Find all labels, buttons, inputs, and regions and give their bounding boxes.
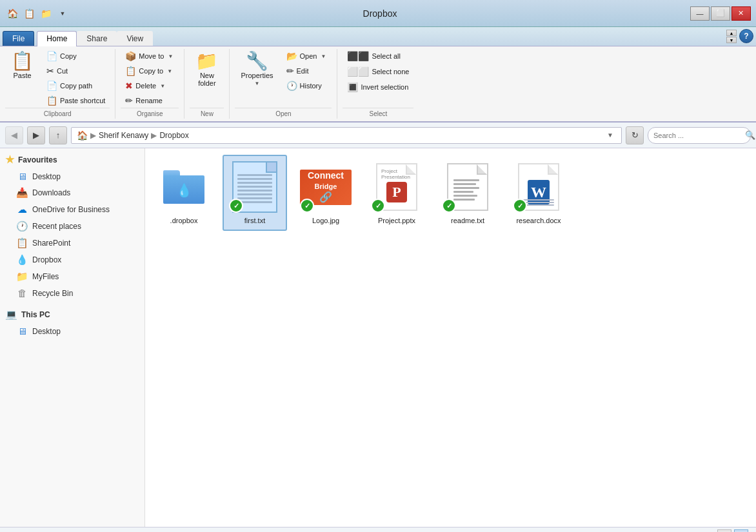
ribbon-down-btn[interactable]: ▼ xyxy=(726,37,737,43)
properties-arrow[interactable]: ▼ xyxy=(254,81,261,86)
file-item-project[interactable]: Project Presentation P ✓ Project.pptx xyxy=(364,155,429,231)
edit-button[interactable]: ✏ Edit xyxy=(282,64,332,78)
path-current[interactable]: Dropbox xyxy=(159,131,188,140)
qa-back-btn[interactable]: 🏠 xyxy=(5,6,19,21)
sidebar-this-pc-header[interactable]: 💻 This PC xyxy=(0,306,144,323)
file-item-dropbox[interactable]: 💧 .dropbox xyxy=(152,155,216,231)
sidebar-item-recycle[interactable]: 🗑 Recycle Bin xyxy=(0,285,144,301)
desktop-icon: 🖥 xyxy=(15,171,28,182)
logo-icon-area: Connect Bridge 🔗 ✓ xyxy=(300,161,352,213)
open-button[interactable]: 📂 Open ▼ xyxy=(282,49,332,63)
close-button[interactable]: ✕ xyxy=(731,6,751,21)
ribbon-group-organise: 📦 Move to ▼ 📋 Copy to ▼ ✖ Delete ▼ ✏ Ren… xyxy=(115,49,184,119)
qa-folder-btn[interactable]: 📁 xyxy=(39,6,53,21)
copy-to-arrow[interactable]: ▼ xyxy=(166,68,174,74)
cut-button[interactable]: ✂ Cut xyxy=(42,64,110,78)
sidebar-item-myfiles[interactable]: 📁 MyFiles xyxy=(0,268,144,285)
maximize-button[interactable]: ⬜ xyxy=(711,6,730,21)
details-view-button[interactable]: ⊞ xyxy=(717,529,731,533)
file-name-dropbox: .dropbox xyxy=(170,217,198,224)
move-to-button[interactable]: 📦 Move to ▼ xyxy=(121,49,179,63)
main-area: ★ Favourites 🖥 Desktop 📥 Downloads ☁ One… xyxy=(0,148,756,527)
back-button[interactable]: ◀ xyxy=(5,126,23,144)
rename-button[interactable]: ✏ Rename xyxy=(121,94,179,108)
copy-path-button[interactable]: 📄 Copy path xyxy=(42,79,110,93)
paste-shortcut-button[interactable]: 📋 Paste shortcut xyxy=(42,94,110,108)
select-all-button[interactable]: ⬛⬛ Select all xyxy=(343,49,413,63)
sidebar-scroll: ★ Favourites 🖥 Desktop 📥 Downloads ☁ One… xyxy=(0,148,144,527)
file-item-research[interactable]: W ✓ research.docx xyxy=(506,155,571,231)
minimize-button[interactable]: — xyxy=(690,6,710,21)
copy-to-button[interactable]: 📋 Copy to ▼ xyxy=(121,64,179,78)
properties-icon: 🔧 xyxy=(246,52,268,70)
copy-button[interactable]: 📄 Copy xyxy=(42,49,110,63)
ribbon-group-clipboard: 📋 Paste 📄 Copy ✂ Cut 📄 Copy path 📋 xyxy=(0,49,115,119)
file-item-logo[interactable]: Connect Bridge 🔗 ✓ Logo.jpg xyxy=(293,155,358,231)
sidebar-item-downloads[interactable]: 📥 Downloads xyxy=(0,184,144,201)
path-root[interactable]: Sherif Kenawy xyxy=(99,131,148,140)
open-icon: 📂 xyxy=(286,51,297,61)
file-item-readme[interactable]: ✓ readme.txt xyxy=(435,155,500,231)
file-item-first-txt[interactable]: ✓ first.txt xyxy=(223,155,287,231)
history-button[interactable]: 🕐 History xyxy=(282,79,332,93)
forward-button[interactable]: ▶ xyxy=(27,126,45,144)
search-box[interactable]: 🔍 xyxy=(648,127,751,144)
tab-share[interactable]: Share xyxy=(77,31,117,46)
sidebar-favourites-header[interactable]: ★ Favourites xyxy=(0,151,144,168)
address-path[interactable]: 🏠 ▶ Sherif Kenawy ▶ Dropbox ▼ xyxy=(71,127,622,144)
sidebar-item-desktop[interactable]: 🖥 Desktop xyxy=(0,168,144,184)
invert-icon: 🔳 xyxy=(347,82,358,92)
window-controls: — ⬜ ✕ xyxy=(690,6,751,21)
large-icons-view-button[interactable]: ⊟ xyxy=(734,529,748,533)
new-folder-button[interactable]: 📁 New folder xyxy=(190,49,224,90)
sidebar-item-pc-desktop[interactable]: 🖥 Desktop xyxy=(0,323,144,339)
sidebar-item-onedrive[interactable]: ☁ OneDrive for Business xyxy=(0,201,144,218)
sharepoint-icon: 📋 xyxy=(15,237,28,249)
file-name-project: Project.pptx xyxy=(378,217,415,224)
up-button[interactable]: ↑ xyxy=(49,126,67,144)
dropbox-logo-on-folder: 💧 xyxy=(176,182,192,198)
path-separator-2: ▶ xyxy=(151,131,157,140)
project-icon-area: Project Presentation P ✓ xyxy=(371,161,423,213)
help-button[interactable]: ? xyxy=(739,29,753,43)
sync-badge-first-txt: ✓ xyxy=(229,199,243,213)
sidebar-item-sharepoint[interactable]: 📋 SharePoint xyxy=(0,235,144,251)
computer-icon: 💻 xyxy=(5,309,17,320)
sidebar-item-dropbox[interactable]: 💧 Dropbox xyxy=(0,251,144,268)
help-btn-wrapper: ? xyxy=(739,29,753,43)
ribbon-tabs: File Home Share View ▲ ▼ ? xyxy=(0,27,756,46)
ribbon-up-btn[interactable]: ▲ xyxy=(726,30,737,36)
file-area: 💧 .dropbox xyxy=(145,148,756,527)
pc-desktop-icon: 🖥 xyxy=(15,326,28,337)
status-right: ⊞ ⊟ xyxy=(717,529,748,533)
file-name-first-txt: first.txt xyxy=(244,217,265,224)
new-folder-icon: 📁 xyxy=(195,52,218,70)
cut-icon: ✂ xyxy=(46,66,54,76)
tab-file[interactable]: File xyxy=(3,31,34,46)
title-bar-left: 🏠 📋 📁 ▼ xyxy=(5,6,70,21)
refresh-button[interactable]: ↻ xyxy=(626,126,644,144)
research-icon-area: W ✓ xyxy=(513,161,564,213)
sync-badge-project: ✓ xyxy=(371,199,385,213)
sidebar-item-recent[interactable]: 🕐 Recent places xyxy=(0,218,144,235)
properties-button[interactable]: 🔧 Properties ▼ xyxy=(235,49,279,90)
qa-dropdown-btn[interactable]: ▼ xyxy=(55,6,70,21)
paste-button[interactable]: 📋 Paste xyxy=(5,49,39,83)
delete-arrow[interactable]: ▼ xyxy=(159,83,166,89)
onedrive-icon: ☁ xyxy=(15,204,28,215)
search-input[interactable] xyxy=(653,132,742,139)
open-arrow[interactable]: ▼ xyxy=(319,54,327,59)
qa-copy-btn[interactable]: 📋 xyxy=(22,6,36,21)
tab-home[interactable]: Home xyxy=(37,31,77,46)
select-none-icon: ⬜⬜ xyxy=(347,66,369,77)
move-to-arrow[interactable]: ▼ xyxy=(166,54,174,59)
address-dropdown-btn[interactable]: ▼ xyxy=(604,132,616,139)
copy-icon: 📄 xyxy=(46,51,57,61)
delete-button[interactable]: ✖ Delete ▼ xyxy=(121,79,179,93)
invert-selection-button[interactable]: 🔳 Invert selection xyxy=(343,80,413,94)
ribbon-collapse-btns: ▲ ▼ xyxy=(726,30,737,43)
search-icon[interactable]: 🔍 xyxy=(745,130,755,140)
select-none-button[interactable]: ⬜⬜ Select none xyxy=(343,64,413,79)
copy-to-icon: 📋 xyxy=(125,66,136,76)
tab-view[interactable]: View xyxy=(117,31,153,46)
